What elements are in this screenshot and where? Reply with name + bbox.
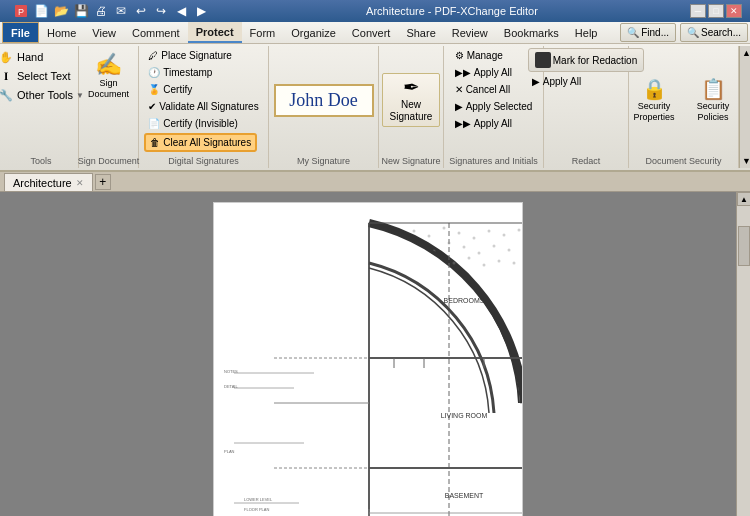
save-button[interactable]: 💾	[72, 2, 90, 20]
redact-group-label: Redact	[572, 156, 601, 166]
tab-bar: Architecture ✕ +	[0, 172, 750, 192]
svg-point-17	[473, 237, 476, 240]
find-button[interactable]: 🔍 Find...	[620, 23, 676, 42]
ribbon-scroll-down[interactable]: ▼	[740, 154, 750, 168]
svg-text:PLAN: PLAN	[224, 449, 235, 454]
apply-redactions-button[interactable]: ▶ Apply All	[528, 74, 585, 89]
svg-text:NOTES: NOTES	[224, 369, 238, 374]
menu-protect[interactable]: Protect	[188, 22, 242, 43]
menu-review[interactable]: Review	[444, 22, 496, 43]
print-button[interactable]: 🖨	[92, 2, 110, 20]
svg-point-13	[413, 230, 416, 233]
svg-point-38	[513, 262, 516, 265]
tab-close-button[interactable]: ✕	[76, 178, 84, 188]
scroll-up-button[interactable]: ▲	[737, 192, 750, 206]
redact-group: Mark for Redaction ▶ Apply All Redact	[544, 46, 629, 168]
find-icon: 🔍	[627, 27, 639, 38]
sign-document-label: SignDocument	[88, 78, 129, 100]
apply-all-button[interactable]: ▶▶ Apply All	[451, 65, 516, 80]
search-button[interactable]: 🔍 Search...	[680, 23, 748, 42]
close-button[interactable]: ✕	[726, 4, 742, 18]
security-properties-icon: 🔒	[642, 77, 667, 101]
other-tools-button[interactable]: 🔧 Other Tools ▼	[0, 86, 87, 104]
security-policies-label: Security Policies	[693, 101, 734, 123]
email-button[interactable]: ✉	[112, 2, 130, 20]
svg-point-36	[483, 264, 486, 267]
back-button[interactable]: ◀	[172, 2, 190, 20]
menu-convert[interactable]: Convert	[344, 22, 399, 43]
menu-share[interactable]: Share	[398, 22, 443, 43]
svg-point-35	[468, 257, 471, 260]
tools-group-label: Tools	[30, 156, 51, 166]
select-text-button[interactable]: 𝐈 Select Text	[0, 67, 74, 85]
menu-bar: File Home View Comment Protect Form Orga…	[0, 22, 750, 44]
scroll-track	[737, 206, 750, 516]
sign-document-group: ✍ SignDocument Sign Document	[79, 46, 139, 168]
clear-all-signatures-button[interactable]: 🗑 Clear All Signatures	[144, 133, 257, 152]
security-policies-button[interactable]: 📋 Security Policies	[686, 72, 741, 128]
ribbon: ✋ Hand 𝐈 Select Text 🔧 Other Tools ▼ Too…	[0, 44, 750, 172]
undo-button[interactable]: ↩	[132, 2, 150, 20]
document-security-group-label: Document Security	[645, 156, 721, 166]
apply-all-2-button[interactable]: ▶▶ Apply All	[451, 116, 516, 131]
add-tab-button[interactable]: +	[95, 174, 111, 190]
svg-point-26	[463, 246, 466, 249]
certify-icon: 🏅	[148, 84, 160, 95]
cancel-all-button[interactable]: ✕ Cancel All	[451, 82, 514, 97]
apply-redactions-icon: ▶	[532, 76, 540, 87]
certify-button[interactable]: 🏅 Certify	[144, 82, 196, 97]
my-signature-group: John Doe My Signature	[269, 46, 379, 168]
blueprint-document: BEDROOMS LIVING ROOM BASEMENT NOTES DETA…	[213, 202, 523, 516]
forward-button[interactable]: ▶	[192, 2, 210, 20]
menu-file[interactable]: File	[2, 22, 39, 43]
new-signature-group-label: New Signature	[381, 156, 440, 166]
svg-text:LIVING ROOM: LIVING ROOM	[441, 412, 488, 419]
new-signature-button[interactable]: ✒ New Signature	[382, 73, 440, 127]
svg-point-34	[453, 262, 456, 265]
menu-bookmarks[interactable]: Bookmarks	[496, 22, 567, 43]
svg-point-37	[498, 260, 501, 263]
timestamp-button[interactable]: 🕐 Timestamp	[144, 65, 216, 80]
manage-button[interactable]: ⚙ Manage	[451, 48, 507, 63]
menu-help[interactable]: Help	[567, 22, 606, 43]
menu-form[interactable]: Form	[242, 22, 284, 43]
sign-document-group-label: Sign Document	[78, 156, 140, 166]
menu-comment[interactable]: Comment	[124, 22, 188, 43]
hand-tool-button[interactable]: ✋ Hand	[0, 48, 65, 66]
hand-icon: ✋	[0, 49, 14, 65]
apply-all-icon: ▶▶	[455, 67, 471, 78]
validate-all-button[interactable]: ✔ Validate All Signatures	[144, 99, 262, 114]
select-text-icon: 𝐈	[0, 68, 14, 84]
certify-invisible-button[interactable]: 📄 Certify (Invisible)	[144, 116, 241, 131]
sign-document-button[interactable]: ✍ SignDocument	[79, 48, 138, 104]
new-button[interactable]: 📄	[32, 2, 50, 20]
redo-button[interactable]: ↪	[152, 2, 170, 20]
minimize-button[interactable]: ─	[690, 4, 706, 18]
search-icon: 🔍	[687, 27, 699, 38]
svg-text:DETAIL: DETAIL	[224, 384, 238, 389]
menu-home[interactable]: Home	[39, 22, 84, 43]
svg-point-16	[458, 232, 461, 235]
svg-point-14	[428, 235, 431, 238]
new-signature-icon: ✒	[403, 77, 420, 97]
apply-selected-button[interactable]: ▶ Apply Selected	[451, 99, 537, 114]
scroll-thumb[interactable]	[738, 226, 750, 266]
ribbon-scroll-up[interactable]: ▲	[740, 46, 750, 60]
manage-icon: ⚙	[455, 50, 464, 61]
redact-icon	[535, 52, 551, 68]
vertical-scrollbar: ▲ ▼	[736, 192, 750, 516]
menu-organize[interactable]: Organize	[283, 22, 344, 43]
architecture-tab[interactable]: Architecture ✕	[4, 173, 93, 191]
my-signature-group-label: My Signature	[297, 156, 350, 166]
maximize-button[interactable]: □	[708, 4, 724, 18]
security-properties-button[interactable]: 🔒 Security Properties	[626, 72, 681, 128]
document-security-group: 🔒 Security Properties 📋 Security Policie…	[629, 46, 739, 168]
svg-text:FLOOR PLAN: FLOOR PLAN	[244, 507, 269, 512]
title-bar: P 📄 📂 💾 🖨 ✉ ↩ ↪ ◀ ▶ Architecture - PDF-X…	[0, 0, 750, 22]
menu-view[interactable]: View	[84, 22, 124, 43]
apply-selected-icon: ▶	[455, 101, 463, 112]
place-signature-button[interactable]: 🖊 Place Signature	[144, 48, 236, 63]
blueprint-svg: BEDROOMS LIVING ROOM BASEMENT NOTES DETA…	[214, 203, 523, 516]
open-button[interactable]: 📂	[52, 2, 70, 20]
pdf-viewer[interactable]: BEDROOMS LIVING ROOM BASEMENT NOTES DETA…	[0, 192, 736, 516]
